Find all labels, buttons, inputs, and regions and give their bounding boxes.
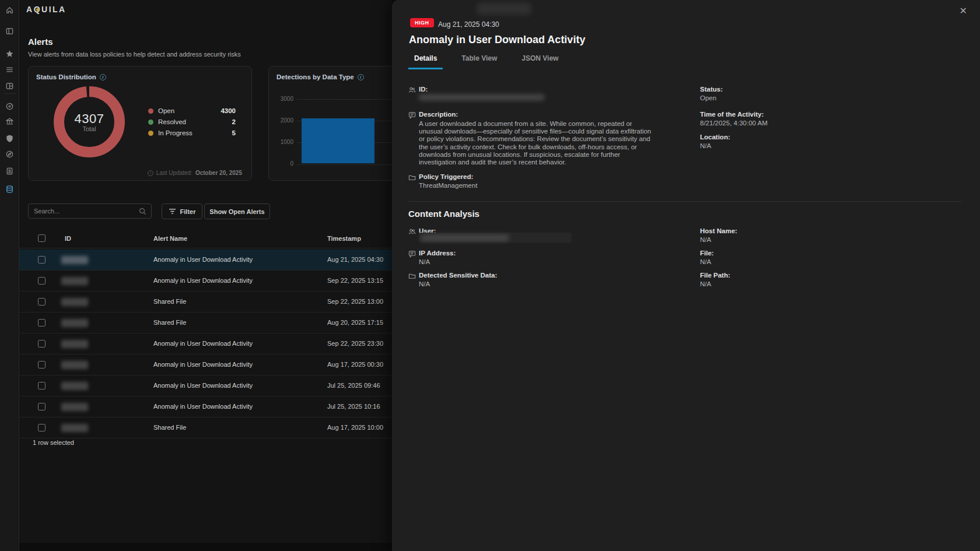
- layout-icon[interactable]: [5, 81, 15, 91]
- radar-icon[interactable]: [5, 101, 15, 111]
- table-row[interactable]: Anomaly in User Download Activity Jul 25…: [19, 375, 392, 396]
- tab-details[interactable]: Details: [408, 54, 443, 69]
- table-row[interactable]: Anomaly in User Download Activity Jul 25…: [19, 396, 392, 417]
- host-value: N/A: [700, 236, 711, 243]
- panel-left-icon[interactable]: [5, 26, 15, 36]
- y-tick: 3000: [272, 96, 293, 102]
- shield-icon[interactable]: [5, 134, 15, 143]
- comment-icon: [408, 250, 416, 257]
- row-checkbox[interactable]: [38, 382, 46, 389]
- donut-total: 4307: [75, 111, 104, 127]
- table-row[interactable]: Anomaly in User Download Activity Sep 22…: [19, 271, 392, 292]
- icon-rail: [0, 0, 19, 551]
- legend-dot: [148, 108, 153, 114]
- y-tick: 2000: [272, 117, 293, 124]
- redacted-user-value: [421, 235, 509, 241]
- y-tick: 1000: [272, 139, 293, 145]
- clock-icon: i: [148, 170, 153, 176]
- table-row[interactable]: Shared File Aug 20, 2025 17:15: [19, 313, 392, 334]
- id-label: ID:: [419, 86, 428, 93]
- id-badge-icon[interactable]: [5, 166, 15, 176]
- alert-detail-drawer: ✕ HIGH Aug 21, 2025 04:30 Anomaly in Use…: [392, 0, 980, 551]
- severity-badge: HIGH: [410, 18, 434, 27]
- policy-label: Policy Triggered:: [419, 173, 473, 180]
- alert-datetime: Aug 21, 2025 04:30: [438, 20, 499, 29]
- row-checkbox[interactable]: [38, 256, 46, 264]
- database-icon[interactable]: [5, 184, 15, 194]
- row-checkbox[interactable]: [38, 361, 46, 368]
- legend-dot: [148, 131, 153, 136]
- main-area: AQUILA Alerts View alerts from data loss…: [19, 0, 392, 543]
- redacted-id: [61, 403, 88, 411]
- status-label: Status:: [700, 86, 723, 93]
- redacted-id: [61, 424, 88, 432]
- search-icon[interactable]: [139, 208, 146, 215]
- show-open-alerts-button[interactable]: Show Open Alerts: [204, 203, 270, 219]
- table-row[interactable]: Anomaly in User Download Activity Aug 21…: [19, 250, 392, 271]
- file-label: File:: [700, 250, 714, 257]
- donut-total-label: Total: [82, 125, 96, 132]
- legend-item-in-progress[interactable]: In Progress 5: [148, 129, 236, 137]
- col-name: Alert Name: [153, 235, 187, 242]
- tab-table-view[interactable]: Table View: [456, 54, 503, 69]
- compass-icon[interactable]: [5, 149, 15, 159]
- status-value: Open: [700, 94, 716, 101]
- legend-item-resolved[interactable]: Resolved 2: [148, 118, 236, 126]
- folder-icon: [408, 272, 416, 279]
- status-distribution-card: Status Distribution i 4307 Total Open 43…: [28, 66, 252, 181]
- legend-dot: [148, 120, 153, 125]
- row-checkbox[interactable]: [38, 424, 46, 431]
- legend-item-open[interactable]: Open 4300: [148, 107, 236, 115]
- row-checkbox[interactable]: [38, 319, 46, 327]
- info-icon[interactable]: i: [100, 74, 106, 80]
- location-label: Location:: [700, 134, 730, 141]
- row-checkbox[interactable]: [38, 298, 46, 306]
- row-checkbox[interactable]: [38, 277, 46, 285]
- star-icon[interactable]: [5, 49, 15, 59]
- host-label: Host Name:: [700, 227, 737, 234]
- table-row[interactable]: Shared File Sep 22, 2025 13:00: [19, 292, 392, 313]
- alert-title: Anomaly in User Download Activity: [409, 34, 585, 46]
- redacted-id: [61, 361, 88, 369]
- col-timestamp: Timestamp: [327, 235, 361, 242]
- info-icon[interactable]: i: [358, 74, 364, 80]
- folder-icon: [408, 173, 416, 181]
- filepath-label: File Path:: [700, 272, 730, 279]
- last-updated: i Last Updated: October 20, 2025: [148, 170, 242, 176]
- filter-button[interactable]: Filter: [162, 203, 202, 219]
- app-logo: AQUILA: [26, 5, 66, 14]
- time-value: 8/21/2025, 4:30:00 AM: [700, 120, 768, 127]
- file-value: N/A: [700, 258, 711, 265]
- detected-data-value: N/A: [419, 280, 430, 287]
- table-row[interactable]: Anomaly in User Download Activity Sep 22…: [19, 334, 392, 355]
- select-all-checkbox[interactable]: [38, 234, 46, 242]
- location-value: N/A: [700, 142, 711, 149]
- row-checkbox[interactable]: [38, 403, 46, 410]
- redacted-id-value: [419, 94, 544, 100]
- drawer-tabs: Details Table View JSON View: [408, 54, 577, 69]
- y-tick: 0: [272, 160, 293, 167]
- rows-selected-status: 1 row selected: [33, 439, 74, 446]
- section-divider: [408, 201, 963, 202]
- filter-icon: [169, 208, 176, 215]
- bank-icon[interactable]: [5, 117, 15, 127]
- close-icon[interactable]: ✕: [960, 5, 967, 16]
- time-label: Time of the Activity:: [700, 111, 764, 118]
- rail-divider: [4, 93, 16, 94]
- table-row[interactable]: Shared File Aug 17, 2025 10:00: [19, 417, 392, 438]
- description-label: Description:: [419, 111, 458, 118]
- table-row[interactable]: Anomaly in User Download Activity Aug 17…: [19, 355, 392, 375]
- page-subtitle: View alerts from data loss policies to h…: [28, 51, 241, 58]
- comment-icon: [408, 111, 416, 118]
- row-checkbox[interactable]: [38, 340, 46, 348]
- users-icon: [408, 227, 416, 235]
- ip-label: IP Address:: [419, 250, 456, 257]
- redacted-id: [61, 256, 88, 264]
- menu-icon[interactable]: [5, 65, 15, 75]
- col-id: ID: [65, 235, 71, 242]
- tab-json-view[interactable]: JSON View: [516, 54, 564, 69]
- table-header: ID Alert Name Timestamp: [19, 229, 392, 248]
- search-box: [28, 203, 152, 219]
- search-input[interactable]: [29, 208, 139, 215]
- home-icon[interactable]: [5, 5, 15, 15]
